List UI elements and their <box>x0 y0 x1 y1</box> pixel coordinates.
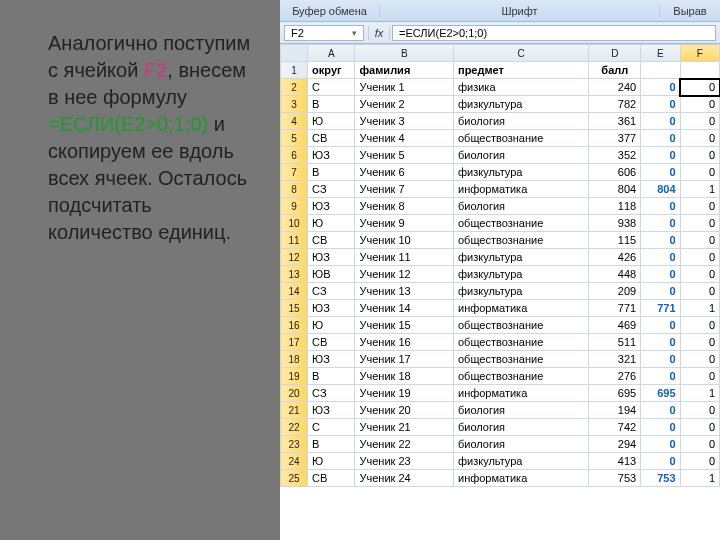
cell[interactable]: обществознание <box>453 368 588 385</box>
row-header[interactable]: 10 <box>281 215 308 232</box>
cell[interactable]: СВ <box>308 130 355 147</box>
cell[interactable]: 695 <box>589 385 641 402</box>
cell[interactable]: Ученик 22 <box>355 436 454 453</box>
cell[interactable]: ЮЗ <box>308 249 355 266</box>
cell[interactable]: 0 <box>680 453 719 470</box>
cell[interactable]: обществознание <box>453 130 588 147</box>
cell[interactable]: Ученик 20 <box>355 402 454 419</box>
cell[interactable]: 209 <box>589 283 641 300</box>
row-header[interactable]: 2 <box>281 79 308 96</box>
spreadsheet-grid[interactable]: ABCDEF 1округфамилияпредметбалл2СУченик … <box>280 44 720 540</box>
row-header[interactable]: 4 <box>281 113 308 130</box>
cell[interactable]: Ученик 11 <box>355 249 454 266</box>
column-header-E[interactable]: E <box>641 45 680 62</box>
cell[interactable]: физкультура <box>453 453 588 470</box>
cell[interactable]: 0 <box>641 232 680 249</box>
chevron-down-icon[interactable]: ▾ <box>352 28 357 38</box>
cell[interactable]: Ученик 14 <box>355 300 454 317</box>
row-header[interactable]: 8 <box>281 181 308 198</box>
row-header[interactable]: 20 <box>281 385 308 402</box>
cell[interactable]: физкультура <box>453 283 588 300</box>
row-header[interactable]: 25 <box>281 470 308 487</box>
cell[interactable]: 0 <box>680 419 719 436</box>
cell[interactable]: 0 <box>680 351 719 368</box>
cell[interactable]: 753 <box>589 470 641 487</box>
cell[interactable]: 0 <box>680 79 719 96</box>
cell[interactable]: 469 <box>589 317 641 334</box>
cell[interactable] <box>680 62 719 79</box>
column-header-D[interactable]: D <box>589 45 641 62</box>
cell[interactable]: 0 <box>641 113 680 130</box>
row-header[interactable]: 12 <box>281 249 308 266</box>
cell[interactable]: 0 <box>680 283 719 300</box>
cell[interactable]: 448 <box>589 266 641 283</box>
cell[interactable]: Ученик 4 <box>355 130 454 147</box>
cell[interactable]: В <box>308 96 355 113</box>
cell[interactable]: 0 <box>680 164 719 181</box>
cell[interactable]: 0 <box>641 419 680 436</box>
cell[interactable]: 0 <box>641 436 680 453</box>
insert-function-button[interactable]: fx <box>368 26 390 40</box>
cell[interactable] <box>641 62 680 79</box>
cell[interactable]: 0 <box>641 130 680 147</box>
cell[interactable]: 695 <box>641 385 680 402</box>
cell[interactable]: Ю <box>308 317 355 334</box>
cell[interactable]: Ученик 19 <box>355 385 454 402</box>
cell[interactable]: 0 <box>641 453 680 470</box>
cell[interactable]: 377 <box>589 130 641 147</box>
row-header[interactable]: 3 <box>281 96 308 113</box>
cell[interactable]: биология <box>453 198 588 215</box>
row-header[interactable]: 23 <box>281 436 308 453</box>
cell[interactable]: ЮЗ <box>308 198 355 215</box>
cell[interactable]: 118 <box>589 198 641 215</box>
cell[interactable]: биология <box>453 113 588 130</box>
cell[interactable]: Ученик 3 <box>355 113 454 130</box>
cell[interactable]: обществознание <box>453 215 588 232</box>
cell[interactable]: информатика <box>453 300 588 317</box>
row-header[interactable]: 21 <box>281 402 308 419</box>
cell[interactable]: 771 <box>641 300 680 317</box>
ribbon-section-align[interactable]: Вырав <box>660 5 720 17</box>
cell[interactable]: 0 <box>680 215 719 232</box>
row-header[interactable]: 14 <box>281 283 308 300</box>
cell[interactable]: Ученик 21 <box>355 419 454 436</box>
column-header-A[interactable]: A <box>308 45 355 62</box>
cell[interactable]: ЮЗ <box>308 300 355 317</box>
cell[interactable]: Ученик 13 <box>355 283 454 300</box>
cell[interactable]: 804 <box>641 181 680 198</box>
cell[interactable]: Ученик 15 <box>355 317 454 334</box>
row-header[interactable]: 6 <box>281 147 308 164</box>
cell[interactable]: В <box>308 436 355 453</box>
cell[interactable]: ЮЗ <box>308 351 355 368</box>
cell[interactable]: 0 <box>641 402 680 419</box>
cell[interactable]: физкультура <box>453 164 588 181</box>
cell[interactable]: Ученик 2 <box>355 96 454 113</box>
cell[interactable]: биология <box>453 436 588 453</box>
formula-bar[interactable]: =ЕСЛИ(E2>0;1;0) <box>392 25 716 41</box>
cell[interactable]: 511 <box>589 334 641 351</box>
cell[interactable]: 0 <box>680 402 719 419</box>
cell[interactable]: 361 <box>589 113 641 130</box>
cell[interactable]: Ученик 16 <box>355 334 454 351</box>
cell[interactable]: 1 <box>680 300 719 317</box>
cell[interactable]: Ученик 1 <box>355 79 454 96</box>
cell[interactable]: 0 <box>641 317 680 334</box>
row-header[interactable]: 18 <box>281 351 308 368</box>
cell[interactable]: информатика <box>453 181 588 198</box>
cell[interactable]: 1 <box>680 385 719 402</box>
column-header-C[interactable]: C <box>453 45 588 62</box>
cell[interactable]: 0 <box>641 198 680 215</box>
row-header[interactable]: 15 <box>281 300 308 317</box>
row-header[interactable]: 22 <box>281 419 308 436</box>
cell[interactable]: СВ <box>308 232 355 249</box>
cell[interactable]: 753 <box>641 470 680 487</box>
cell[interactable]: В <box>308 164 355 181</box>
cell[interactable]: физика <box>453 79 588 96</box>
row-header[interactable]: 1 <box>281 62 308 79</box>
cell[interactable]: биология <box>453 147 588 164</box>
row-header[interactable]: 17 <box>281 334 308 351</box>
cell[interactable]: 0 <box>641 96 680 113</box>
cell[interactable]: 0 <box>680 368 719 385</box>
cell[interactable]: Ю <box>308 215 355 232</box>
cell[interactable]: ЮВ <box>308 266 355 283</box>
